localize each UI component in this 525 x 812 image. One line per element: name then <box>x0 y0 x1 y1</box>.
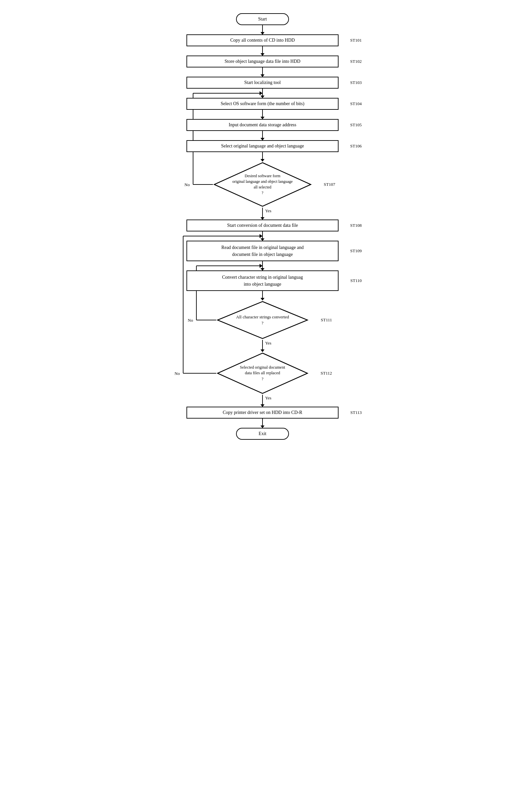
arrow-104-105 <box>262 110 263 119</box>
st104-node: Select OS software form (the number of b… <box>186 98 339 110</box>
st104-tag: ST104 <box>350 101 362 106</box>
st109-node: Read document file in original language … <box>186 241 339 261</box>
arrow-110-111 <box>262 291 263 300</box>
exit-label: Exit <box>236 428 289 440</box>
st112-yes-label: Yes <box>265 395 271 401</box>
st102-label: Store object language data file into HDD <box>186 56 339 67</box>
main-flow: Start Copy all contents of CD into HDD S… <box>147 13 378 440</box>
st111-tag: ST111 <box>321 317 332 323</box>
st101-label: Copy all contents of CD into HDD <box>186 34 339 46</box>
st110-label: Convert character string in original lan… <box>186 270 339 291</box>
arrow-108-109 <box>262 231 263 241</box>
st103-label: Start localizing tool <box>186 77 339 89</box>
st112-node: Selected original documentdata files all… <box>216 352 309 395</box>
st101-node: Copy all contents of CD into HDD ST101 <box>186 34 339 46</box>
st105-tag: ST105 <box>350 122 362 127</box>
st111-text: All character strings converted? <box>229 314 296 326</box>
st102-tag: ST102 <box>350 59 362 64</box>
arrow-113-exit <box>262 419 263 428</box>
st104-label: Select OS software form (the number of b… <box>186 98 339 110</box>
st105-label: Input document data storage address <box>186 119 339 131</box>
st112-tag: ST112 <box>321 371 332 376</box>
st106-tag: ST106 <box>350 144 362 149</box>
arrow-103-104 <box>262 89 263 98</box>
st103-node: Start localizing tool ST103 <box>186 77 339 89</box>
arrow-106-107 <box>262 152 263 161</box>
exit-node: Exit <box>236 428 289 440</box>
arrow-105-106 <box>262 131 263 140</box>
arrow-start-101 <box>262 25 263 34</box>
arrow-112-yes: Yes <box>262 395 263 407</box>
arrow-107-yes: Yes <box>262 208 263 220</box>
st103-tag: ST103 <box>350 80 362 85</box>
st109-tag: ST109 <box>350 248 362 254</box>
st110-node: Convert character string in original lan… <box>186 270 339 291</box>
flowchart-container: NoNoNo Start Copy all contents of CD int… <box>147 6 378 446</box>
st108-label: Start conversion of document data file <box>186 220 339 231</box>
st101-tag: ST101 <box>350 38 362 43</box>
st110-tag: ST110 <box>350 278 362 283</box>
start-label: Start <box>236 13 289 25</box>
st107-text: Desired software formoriginal language a… <box>226 173 300 195</box>
st107-node: Desired software formoriginal language a… <box>213 161 312 208</box>
start-node: Start <box>236 13 289 25</box>
arrow-102-103 <box>262 67 263 77</box>
st113-tag: ST113 <box>350 410 362 415</box>
st113-label: Copy printer driver set on HDD into CD-R <box>186 407 339 419</box>
st105-node: Input document data storage address ST10… <box>186 119 339 131</box>
st107-tag: ST107 <box>324 182 335 187</box>
st111-yes-label: Yes <box>265 341 271 346</box>
st109-label: Read document file in original language … <box>186 241 339 261</box>
st111-node: All character strings converted? ST111 <box>216 300 309 340</box>
arrow-101-102 <box>262 46 263 56</box>
st108-node: Start conversion of document data file S… <box>186 220 339 231</box>
st113-node: Copy printer driver set on HDD into CD-R… <box>186 407 339 419</box>
arrow-109-110 <box>262 261 263 270</box>
st102-node: Store object language data file into HDD… <box>186 56 339 67</box>
st112-text: Selected original documentdata files all… <box>234 365 292 382</box>
st108-tag: ST108 <box>350 223 362 228</box>
arrow-111-yes: Yes <box>262 340 263 352</box>
st107-yes-label: Yes <box>265 208 271 214</box>
st106-label: Select original language and object lang… <box>186 140 339 152</box>
st106-node: Select original language and object lang… <box>186 140 339 152</box>
